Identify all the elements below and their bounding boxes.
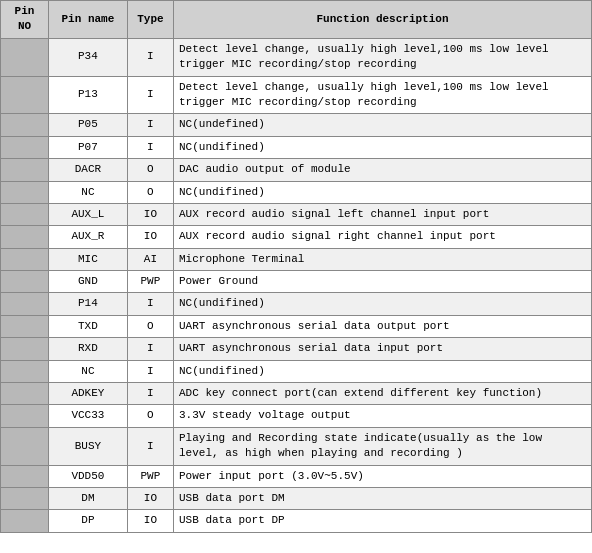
cell-pin-name: P05 xyxy=(49,114,128,136)
cell-pin-no xyxy=(1,383,49,405)
cell-type: IO xyxy=(127,510,173,532)
cell-type: PWP xyxy=(127,271,173,293)
cell-pin-name: P34 xyxy=(49,38,128,76)
table-row: DPIOUSB data port DP xyxy=(1,510,592,532)
cell-pin-name: DM xyxy=(49,487,128,509)
cell-type: I xyxy=(127,114,173,136)
cell-pin-no xyxy=(1,427,49,465)
cell-pin-no xyxy=(1,271,49,293)
cell-pin-name: ADKEY xyxy=(49,383,128,405)
cell-pin-no xyxy=(1,293,49,315)
table-row: VCC33O3.3V steady voltage output xyxy=(1,405,592,427)
cell-pin-name: TXD xyxy=(49,315,128,337)
table-row: AUX_LIOAUX record audio signal left chan… xyxy=(1,203,592,225)
cell-pin-no xyxy=(1,315,49,337)
cell-pin-name: DP xyxy=(49,510,128,532)
cell-pin-no xyxy=(1,226,49,248)
cell-type: PWP xyxy=(127,465,173,487)
cell-type: IO xyxy=(127,487,173,509)
table-row: RXDIUART asynchronous serial data input … xyxy=(1,338,592,360)
cell-pin-name: RXD xyxy=(49,338,128,360)
cell-func-desc: Detect level change, usually high level,… xyxy=(174,38,592,76)
cell-pin-name: VDD50 xyxy=(49,465,128,487)
cell-pin-no xyxy=(1,405,49,427)
cell-type: IO xyxy=(127,226,173,248)
cell-func-desc: 3.3V steady voltage output xyxy=(174,405,592,427)
cell-func-desc: USB data port DP xyxy=(174,510,592,532)
cell-func-desc: NC(undifined) xyxy=(174,136,592,158)
cell-pin-no xyxy=(1,487,49,509)
cell-pin-no xyxy=(1,203,49,225)
cell-type: I xyxy=(127,383,173,405)
header-pin-no: Pin NO xyxy=(1,1,49,39)
cell-pin-name: DACR xyxy=(49,159,128,181)
header-type: Type xyxy=(127,1,173,39)
cell-pin-name: P14 xyxy=(49,293,128,315)
table-row: GNDPWPPower Ground xyxy=(1,271,592,293)
table-row: P13IDetect level change, usually high le… xyxy=(1,76,592,114)
cell-pin-no xyxy=(1,465,49,487)
cell-func-desc: NC(undifined) xyxy=(174,181,592,203)
cell-pin-name: AUX_L xyxy=(49,203,128,225)
cell-func-desc: USB data port DM xyxy=(174,487,592,509)
cell-func-desc: Detect level change, usually high level,… xyxy=(174,76,592,114)
cell-pin-no xyxy=(1,76,49,114)
cell-func-desc: AUX record audio signal right channel in… xyxy=(174,226,592,248)
cell-pin-no xyxy=(1,248,49,270)
table-row: BUSYIPlaying and Recording state indicat… xyxy=(1,427,592,465)
table-row: P14INC(undifined) xyxy=(1,293,592,315)
cell-pin-no xyxy=(1,136,49,158)
cell-pin-no xyxy=(1,360,49,382)
cell-func-desc: ADC key connect port(can extend differen… xyxy=(174,383,592,405)
cell-func-desc: NC(undifined) xyxy=(174,293,592,315)
cell-type: O xyxy=(127,159,173,181)
table-row: VDD50PWPPower input port (3.0V~5.5V) xyxy=(1,465,592,487)
cell-pin-name: MIC xyxy=(49,248,128,270)
table-row: DMIOUSB data port DM xyxy=(1,487,592,509)
table-row: TXDOUART asynchronous serial data output… xyxy=(1,315,592,337)
table-row: NCINC(undifined) xyxy=(1,360,592,382)
cell-type: I xyxy=(127,38,173,76)
cell-func-desc: Power input port (3.0V~5.5V) xyxy=(174,465,592,487)
table-row: AUX_RIOAUX record audio signal right cha… xyxy=(1,226,592,248)
cell-type: O xyxy=(127,405,173,427)
cell-func-desc: UART asynchronous serial data input port xyxy=(174,338,592,360)
table-row: ADKEYIADC key connect port(can extend di… xyxy=(1,383,592,405)
cell-func-desc: NC(undefined) xyxy=(174,114,592,136)
cell-func-desc: Power Ground xyxy=(174,271,592,293)
table-row: P05INC(undefined) xyxy=(1,114,592,136)
header-func-desc: Function description xyxy=(174,1,592,39)
cell-pin-name: NC xyxy=(49,181,128,203)
table-row: P34IDetect level change, usually high le… xyxy=(1,38,592,76)
cell-pin-name: AUX_R xyxy=(49,226,128,248)
cell-pin-no xyxy=(1,181,49,203)
cell-func-desc: AUX record audio signal left channel inp… xyxy=(174,203,592,225)
cell-pin-name: BUSY xyxy=(49,427,128,465)
cell-type: I xyxy=(127,76,173,114)
cell-type: I xyxy=(127,293,173,315)
cell-func-desc: Microphone Terminal xyxy=(174,248,592,270)
cell-pin-no xyxy=(1,338,49,360)
table-row: P07INC(undifined) xyxy=(1,136,592,158)
cell-pin-name: NC xyxy=(49,360,128,382)
cell-func-desc: DAC audio output of module xyxy=(174,159,592,181)
cell-type: O xyxy=(127,315,173,337)
cell-pin-no xyxy=(1,38,49,76)
table-row: DACRODAC audio output of module xyxy=(1,159,592,181)
cell-pin-name: GND xyxy=(49,271,128,293)
cell-type: I xyxy=(127,338,173,360)
cell-type: IO xyxy=(127,203,173,225)
cell-pin-no xyxy=(1,159,49,181)
cell-func-desc: NC(undifined) xyxy=(174,360,592,382)
cell-func-desc: Playing and Recording state indicate(usu… xyxy=(174,427,592,465)
table-row: NCONC(undifined) xyxy=(1,181,592,203)
cell-pin-name: P07 xyxy=(49,136,128,158)
cell-type: I xyxy=(127,136,173,158)
cell-pin-no xyxy=(1,114,49,136)
cell-func-desc: UART asynchronous serial data output por… xyxy=(174,315,592,337)
cell-type: O xyxy=(127,181,173,203)
table-row: MICAIMicrophone Terminal xyxy=(1,248,592,270)
header-pin-name: Pin name xyxy=(49,1,128,39)
cell-type: AI xyxy=(127,248,173,270)
cell-pin-no xyxy=(1,510,49,532)
